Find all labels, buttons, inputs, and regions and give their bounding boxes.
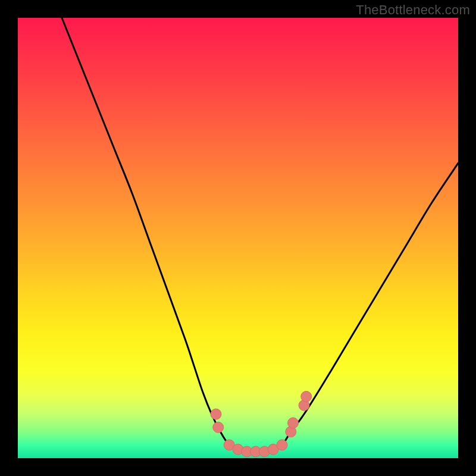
highlight-marker: [211, 409, 221, 419]
curve-markers: [211, 391, 312, 457]
highlight-marker: [277, 440, 287, 450]
highlight-marker: [213, 422, 224, 433]
curve-path: [62, 18, 458, 452]
plot-area: [18, 18, 458, 458]
attribution-text: TheBottleneck.com: [356, 2, 470, 18]
highlight-marker: [301, 391, 312, 402]
chart-frame: TheBottleneck.com: [0, 0, 476, 476]
highlight-marker: [288, 418, 299, 428]
bottleneck-curve: [18, 18, 458, 458]
